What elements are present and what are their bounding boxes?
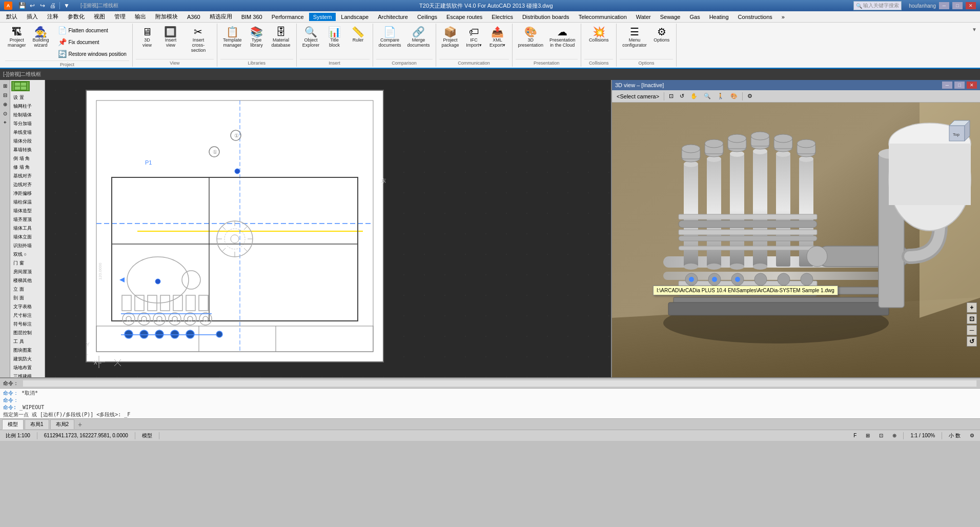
sp-doors[interactable]: 门 窗 <box>11 259 44 268</box>
print-button[interactable]: 🖨 <box>48 1 57 10</box>
sp-add-wall[interactable]: 等分加墙 <box>11 119 44 128</box>
3d-presentation-button[interactable]: 🎨 3Dpresentation <box>516 25 546 50</box>
search-box[interactable]: 🔍 输入关键字搜索 <box>853 1 902 10</box>
coordinates-display[interactable]: 6112941.1723, 162227.9581, 0.0000 <box>42 432 131 439</box>
template-manager-button[interactable]: 📋 Templatemanager <box>220 25 244 50</box>
sp-wall-facade[interactable]: 墙体立面 <box>11 233 44 241</box>
v3d-settings[interactable]: ⚙ <box>745 91 755 101</box>
presentation-cloud-button[interactable]: ☁ Presentationin the Cloud <box>547 25 578 50</box>
menu-annotate[interactable]: 注释 <box>43 12 63 22</box>
view3d-maximize[interactable]: □ <box>954 82 965 89</box>
menu-manage[interactable]: 管理 <box>110 12 130 22</box>
dropdown-arrow[interactable]: ▼ <box>62 1 71 10</box>
toolbar-btn-3[interactable]: ⊕ <box>1 99 10 109</box>
menu-ceilings[interactable]: Ceilings <box>413 13 441 21</box>
compare-documents-button[interactable]: 📄 Comparedocuments <box>376 25 404 50</box>
menu-escape[interactable]: Escape routes <box>442 13 486 21</box>
tab-layout2[interactable]: 布局2 <box>50 419 75 429</box>
sp-curtain[interactable]: 幕墙转换 <box>11 146 44 154</box>
ribbon-expand-button[interactable]: ▼ <box>971 26 978 33</box>
maximize-button[interactable]: □ <box>952 2 963 9</box>
restore-windows-button[interactable]: 🔄 Restore windows position <box>55 48 129 59</box>
collisions-button[interactable]: 💥 Collisions <box>584 25 613 45</box>
v3d-zoom-extents[interactable]: ⊡ <box>666 91 676 101</box>
menu-a360[interactable]: A360 <box>183 13 205 21</box>
menu-default[interactable]: 默认 <box>2 12 22 22</box>
ruler-button[interactable]: 📏 Ruler <box>347 25 370 45</box>
menu-insert[interactable]: 插入 <box>23 12 42 22</box>
options-button[interactable]: ⚙ Options <box>650 25 673 45</box>
side-panel-logo[interactable] <box>11 81 30 91</box>
sp-symbol[interactable]: 符号标注 <box>11 320 44 329</box>
sp-elevation[interactable]: 立 面 <box>11 285 44 294</box>
menu-telecom[interactable]: Telecommunication <box>575 13 631 21</box>
v3d-render[interactable]: 🎨 <box>728 91 740 101</box>
view3d-content[interactable]: I:\ARCAD\ArCADia PLUS 10.4 EN\Samples\Ar… <box>612 103 980 377</box>
building-wizard-button[interactable]: 🧙 Buildingwizard <box>30 25 52 50</box>
view-label[interactable]: [-][俯视]二维线框 <box>3 71 41 78</box>
menu-more[interactable]: » <box>778 13 789 21</box>
toolbar-btn-1[interactable]: ⊞ <box>1 81 10 90</box>
grid-button[interactable]: ⊞ <box>863 432 872 439</box>
sp-site[interactable]: 场地布置 <box>11 363 44 372</box>
sp-settings[interactable]: 设 置 <box>11 93 44 102</box>
sp-stairs[interactable]: 楼梯其他 <box>11 276 44 285</box>
menu-gas[interactable]: Gas <box>685 13 704 21</box>
v3d-walk[interactable]: 🚶 <box>714 91 727 101</box>
sp-section[interactable]: 剖 面 <box>11 294 44 302</box>
v3d-zoom[interactable]: 🔍 <box>701 91 713 101</box>
toolbar-btn-5[interactable]: ⌖ <box>1 118 10 127</box>
view3d-minimize[interactable]: ─ <box>942 82 952 89</box>
menu-constructions[interactable]: Constructions <box>734 13 777 21</box>
sp-layer[interactable]: 图层控制 <box>11 329 44 337</box>
sp-axis-col[interactable]: 轴网柱子 <box>11 102 44 111</box>
menu-parametric[interactable]: 参数化 <box>64 12 89 22</box>
flatten-document-button[interactable]: 📄 Flatten document <box>55 25 129 36</box>
menu-bim360[interactable]: BIM 360 <box>237 13 267 21</box>
material-database-button[interactable]: 🗄 Materialdatabase <box>269 25 293 50</box>
menu-water[interactable]: Water <box>632 13 655 21</box>
zoom-level[interactable]: 1:1 / 100% <box>908 432 937 439</box>
project-package-button[interactable]: 📦 Projectpackage <box>439 25 462 50</box>
main-canvas-2d[interactable]: P1 ① ① <box>45 80 611 377</box>
tab-model[interactable]: 模型 <box>2 419 24 430</box>
menu-performance[interactable]: Performance <box>268 13 308 21</box>
title-block-button[interactable]: 📊 Titleblock <box>323 25 346 50</box>
project-manager-button[interactable]: 🏗 Projectmanager <box>5 25 29 50</box>
menu-configurator-button[interactable]: ☰ Menuconfigurator <box>620 25 649 50</box>
sp-dim[interactable]: 尺寸标注 <box>11 311 44 320</box>
sp-room-roof[interactable]: 房间屋顶 <box>11 268 44 276</box>
menu-output[interactable]: 输出 <box>131 12 150 22</box>
navigation-cube[interactable]: Top <box>942 118 975 151</box>
ortho-button[interactable]: ⊡ <box>876 432 886 439</box>
minimize-button[interactable]: ─ <box>939 2 949 9</box>
sp-3d-model[interactable]: 三维建模 <box>11 372 44 377</box>
v3d-orbit[interactable]: ↺ <box>677 91 687 101</box>
menu-featured[interactable]: 精选应用 <box>206 12 236 22</box>
sp-corner2[interactable]: 修 墙 角 <box>11 163 44 172</box>
undo-button[interactable]: ↩ <box>28 1 37 10</box>
sp-edgeline[interactable]: 边线对齐 <box>11 180 44 189</box>
menu-addons[interactable]: 附加模块 <box>151 12 182 22</box>
sp-wall-seg[interactable]: 墙体分段 <box>11 137 44 146</box>
zoom-fit-button[interactable]: ⊡ <box>967 314 977 324</box>
sp-outer-wall[interactable]: 识别外墙 <box>11 241 44 250</box>
settings-gear[interactable]: ⚙ <box>967 432 977 439</box>
type-library-button[interactable]: 📚 Typelibrary <box>245 25 268 50</box>
decimals-display[interactable]: 小 数 <box>946 431 963 440</box>
sp-single-wall[interactable]: 单线变墙 <box>11 128 44 137</box>
snap-button[interactable]: F <box>851 432 859 439</box>
menu-electrics[interactable]: Electrics <box>487 13 517 21</box>
object-explorer-button[interactable]: 🔍 ObjectExplorer <box>300 25 322 50</box>
view3d-close[interactable]: ✕ <box>967 82 977 89</box>
merge-documents-button[interactable]: 🔗 Mergedocuments <box>405 25 433 50</box>
sp-wall-tool[interactable]: 墙体工具 <box>11 224 44 233</box>
sp-wall-roof[interactable]: 墙齐屋顶 <box>11 215 44 224</box>
sp-fire[interactable]: 建筑防火 <box>11 355 44 363</box>
scale-display[interactable]: 比例 1:100 <box>3 431 33 440</box>
sp-text-table[interactable]: 文字表格 <box>11 302 44 311</box>
3d-view-button[interactable]: 🖥 3Dview <box>136 25 158 50</box>
sp-clearance[interactable]: 净距偏移 <box>11 189 44 198</box>
fix-document-button[interactable]: 📌 Fix document <box>55 36 129 48</box>
toolbar-btn-4[interactable]: ⊙ <box>1 109 10 118</box>
